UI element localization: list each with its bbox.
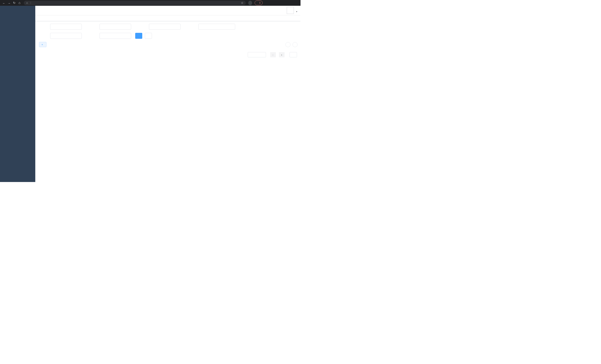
browser-menu-icon[interactable]: ⋮ [259,1,261,4]
reset-button[interactable] [145,33,152,39]
start-process-button[interactable]: + [39,42,46,47]
app-logo [0,6,35,15]
update-button[interactable]: ⋮ [255,0,263,5]
forward-icon[interactable]: → [7,0,11,5]
sidebar [0,6,35,182]
toggle-search-button[interactable] [285,42,290,47]
refresh-table-button[interactable] [292,42,298,47]
incognito-badge [248,1,252,5]
back-icon[interactable]: ← [1,0,6,5]
search-button[interactable] [135,33,142,39]
process-name-input[interactable] [50,24,82,30]
bookmark-star-icon[interactable]: ☆ [241,1,243,4]
process-category-select[interactable] [149,24,180,30]
submit-time-range-picker[interactable] [198,24,235,30]
warning-icon: ⚠ [26,1,28,4]
next-page-button[interactable]: › [279,52,285,57]
browser-chrome: ← → ↻ ⌂ ⚠ ☆ ⋮ [0,0,300,6]
reload-icon[interactable]: ↻ [12,0,17,5]
process-definition-input[interactable] [100,24,131,30]
page-content: + ‹ › [35,21,300,182]
address-bar[interactable]: ⚠ ☆ [24,1,246,5]
home-icon[interactable]: ⌂ [17,0,22,5]
prev-page-button[interactable]: ‹ [270,52,276,57]
pagination: ‹ › [39,52,298,57]
goto-page-input[interactable] [290,52,297,57]
filter-row-2 [39,33,298,39]
caret-down-icon[interactable]: ▼ [296,11,298,13]
result-select[interactable] [100,33,131,39]
navbar-tools: ▼ [273,7,298,14]
plus-icon: + [41,43,43,46]
tags-view [35,15,300,21]
navbar: ▼ [35,6,300,15]
status-select[interactable] [50,33,82,39]
page-size-select[interactable] [248,52,266,57]
table-toolbar: + [39,42,298,47]
filter-row-1 [39,24,298,30]
avatar[interactable] [287,7,294,14]
